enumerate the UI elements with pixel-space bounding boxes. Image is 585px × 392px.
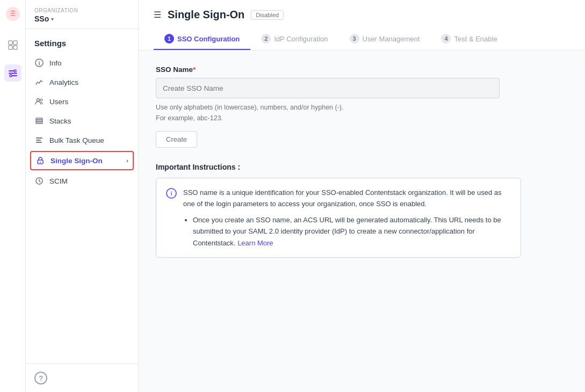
tab-user-management[interactable]: 3 User Management [339,28,431,50]
tab-sso-configuration[interactable]: 1 SSO Configuration [154,28,250,50]
svg-point-13 [40,99,42,101]
sidebar-item-bulk-task-queue-label: Bulk Task Queue [49,136,104,144]
sidebar-item-info-label: Info [49,59,62,67]
sidebar-item-info[interactable]: Info [26,53,138,72]
svg-rect-4 [13,46,17,49]
main-header: ☰ Single Sign-On Disabled 1 SSO Configur… [139,0,585,50]
sidebar-item-users[interactable]: Users [26,92,138,111]
tab-2-label: IdP Configuration [274,35,328,43]
hamburger-icon[interactable]: ☰ [154,10,161,20]
learn-more-link[interactable]: Learn More [237,239,273,247]
tab-2-number: 2 [261,34,271,43]
svg-rect-14 [36,122,42,124]
svg-point-9 [10,75,12,77]
svg-point-0 [6,7,20,21]
sidebar-item-stacks[interactable]: Stacks [26,111,138,130]
info-circle-icon: i [166,188,177,199]
sidebar-item-analytics-label: Analytics [49,78,78,86]
svg-rect-6 [9,73,17,74]
icon-bar [0,0,26,392]
sidebar-item-analytics[interactable]: Analytics [26,72,138,92]
svg-point-11 [39,61,40,62]
chevron-right-icon: › [126,157,128,164]
important-instructions-title: Important Instructions : [156,163,568,171]
org-name: SSo [34,14,49,23]
svg-point-8 [14,70,16,72]
sso-name-label: SSO Name* [156,66,568,74]
required-indicator: * [193,66,196,74]
hint-line-2: For example, abc-123. [156,114,223,122]
content-area: SSO Name* Use only alphabets (in lowerca… [139,50,585,392]
create-button[interactable]: Create [156,131,197,148]
svg-rect-1 [9,41,12,45]
tab-idp-configuration[interactable]: 2 IdP Configuration [250,28,338,50]
info-item-1: SSO name is a unique identification for … [183,188,502,208]
svg-point-21 [40,162,41,163]
sidebar: Organization SSo ▾ Settings Info [26,0,139,392]
sidebar-item-users-label: Users [49,98,68,106]
info-text: SSO name is a unique identification for … [183,187,511,249]
info-icon [34,58,44,68]
sidebar-item-stacks-label: Stacks [49,117,71,125]
svg-rect-5 [9,70,14,71]
tabs-row: 1 SSO Configuration 2 IdP Configuration … [154,28,570,50]
icon-bar-grid[interactable] [4,37,21,54]
stacks-icon [34,116,44,126]
svg-rect-3 [9,46,12,49]
svg-rect-2 [13,41,17,45]
org-selector[interactable]: Organization SSo ▾ [26,0,138,29]
users-icon [34,97,44,106]
svg-rect-18 [36,140,41,141]
sso-name-input[interactable] [156,78,500,98]
icon-bar-settings[interactable] [4,64,21,82]
sidebar-item-scim-label: SCIM [49,177,68,185]
field-hint: Use only alphabets (in lowercase), numbe… [156,102,568,124]
tab-4-number: 4 [441,34,451,43]
hint-line-1: Use only alphabets (in lowercase), numbe… [156,104,343,111]
analytics-icon [34,77,44,87]
tab-3-number: 3 [350,34,359,43]
sidebar-item-single-sign-on-label: Single Sign-On [50,157,103,165]
sidebar-bottom: ? [26,364,138,392]
queue-icon [34,135,44,145]
sidebar-item-scim[interactable]: SCIM [26,171,138,191]
tab-test-enable[interactable]: 4 Test & Enable [430,28,508,50]
sidebar-item-bulk-task-queue[interactable]: Bulk Task Queue [26,130,138,150]
org-label: Organization [34,8,129,13]
app-logo[interactable] [5,6,20,21]
svg-rect-19 [36,142,42,143]
svg-rect-15 [36,120,42,122]
main-content: ☰ Single Sign-On Disabled 1 SSO Configur… [139,0,585,392]
svg-rect-16 [36,118,42,120]
page-title: Single Sign-On [168,9,244,21]
tab-4-label: Test & Enable [454,35,497,43]
lock-icon [35,156,45,165]
sidebar-nav: Info Analytics Users [26,53,138,364]
status-badge: Disabled [251,10,284,20]
tab-1-number: 1 [164,34,174,43]
svg-rect-17 [36,137,42,139]
sidebar-title: Settings [26,29,138,53]
sidebar-item-single-sign-on[interactable]: Single Sign-On › [30,151,134,170]
tab-3-label: User Management [363,35,420,43]
info-box: i SSO name is a unique identification fo… [156,178,521,258]
tab-1-label: SSO Configuration [177,35,240,43]
help-icon[interactable]: ? [34,372,47,384]
chevron-down-icon: ▾ [51,16,54,22]
svg-point-12 [37,99,40,101]
svg-rect-7 [12,75,17,76]
scim-icon [34,176,44,186]
